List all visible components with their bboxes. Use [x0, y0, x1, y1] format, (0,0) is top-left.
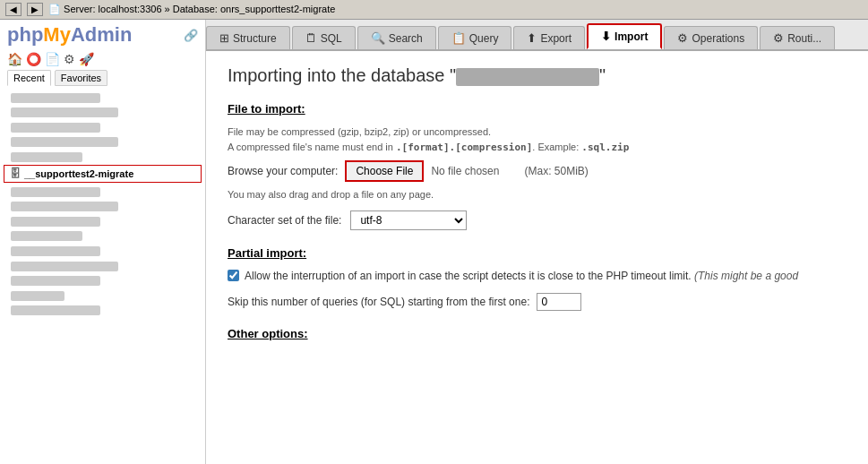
- tab-navigation: ⊞ Structure 🗒 SQL 🔍 Search 📋 Query ⬆ Exp…: [206, 20, 868, 51]
- list-item[interactable]: [0, 199, 205, 214]
- list-item[interactable]: [0, 134, 205, 150]
- charset-select[interactable]: utf-8 utf-16 latin1 ascii: [350, 211, 467, 230]
- link-icon: 🔗: [184, 29, 198, 42]
- tab-sql[interactable]: 🗒 SQL: [292, 26, 356, 49]
- list-item[interactable]: [0, 90, 205, 105]
- sidebar: phpMyAdmin 🔗 🏠 ⭕ 📄 ⚙ 🚀 Recent Favorites …: [0, 20, 206, 464]
- sidebar-icons: 🏠 ⭕ 📄 ⚙ 🚀: [0, 50, 205, 70]
- active-db-name: __supporttest2-migrate: [24, 168, 133, 179]
- tab-query-label: Query: [469, 32, 499, 45]
- tab-routines-label: Routi...: [787, 32, 821, 45]
- skip-queries-row: Skip this number of queries (for SQL) st…: [228, 293, 847, 311]
- query-icon: 📋: [451, 31, 466, 45]
- logo-admin: Admin: [71, 23, 132, 46]
- tab-export-label: Export: [540, 32, 572, 45]
- list-item[interactable]: [0, 288, 205, 303]
- interrupt-checkbox-row: Allow the interruption of an import in c…: [228, 269, 847, 284]
- skip-queries-label: Skip this number of queries (for SQL) st…: [228, 296, 529, 308]
- gear-icon[interactable]: ⚙: [64, 52, 75, 66]
- skip-queries-input[interactable]: [537, 293, 581, 311]
- list-item[interactable]: [0, 105, 205, 120]
- interrupt-note: (This might be a good: [694, 270, 798, 282]
- content-area: ⊞ Structure 🗒 SQL 🔍 Search 📋 Query ⬆ Exp…: [206, 20, 868, 464]
- list-item[interactable]: [0, 228, 205, 244]
- db-name-hidden: [456, 68, 599, 86]
- pma-logo: phpMyAdmin: [7, 23, 132, 47]
- refresh-icon[interactable]: ⭕: [26, 52, 41, 66]
- tab-favorites[interactable]: Favorites: [55, 70, 107, 86]
- browse-label: Browse your computer:: [228, 165, 338, 177]
- tab-import-label: Import: [614, 30, 648, 43]
- page-title: Importing into the database "": [228, 65, 847, 86]
- interrupt-checkbox[interactable]: [228, 270, 239, 281]
- sidebar-scroll[interactable]: 🗄 __supporttest2-migrate: [0, 88, 205, 464]
- list-item[interactable]: [0, 273, 205, 288]
- search-icon: 🔍: [371, 31, 385, 45]
- forward-btn[interactable]: ▶: [27, 3, 43, 16]
- list-item[interactable]: [0, 258, 205, 273]
- exit-icon[interactable]: 🚀: [79, 52, 94, 66]
- home-icon[interactable]: 🏠: [7, 52, 22, 66]
- tab-export[interactable]: ⬆ Export: [513, 26, 585, 49]
- page-content: Importing into the database "" File to i…: [206, 51, 868, 464]
- export-icon: ⬆: [527, 31, 537, 45]
- charset-label: Character set of the file:: [228, 214, 341, 227]
- tab-search[interactable]: 🔍 Search: [357, 26, 436, 49]
- tab-operations-label: Operations: [692, 32, 744, 45]
- tab-query[interactable]: 📋 Query: [438, 26, 512, 49]
- choose-file-button[interactable]: Choose File: [345, 160, 424, 182]
- sidebar-tabs: Recent Favorites: [0, 70, 205, 86]
- format-text: .[format].[compression]: [396, 142, 532, 153]
- main-layout: phpMyAdmin 🔗 🏠 ⭕ 📄 ⚙ 🚀 Recent Favorites …: [0, 20, 868, 464]
- list-item[interactable]: [0, 213, 205, 228]
- tab-search-label: Search: [389, 32, 423, 45]
- tab-structure-label: Structure: [233, 32, 277, 45]
- sidebar-header: phpMyAdmin 🔗: [0, 20, 205, 50]
- settings-icon[interactable]: 📄: [45, 52, 60, 66]
- no-file-label: No file chosen: [431, 165, 499, 177]
- file-import-section-title: File to import:: [228, 102, 847, 116]
- tab-import[interactable]: ⬇ Import: [587, 23, 662, 49]
- routines-icon: ⚙: [773, 31, 784, 45]
- structure-icon: ⊞: [219, 31, 229, 45]
- partial-import-section-title: Partial import:: [228, 246, 847, 260]
- charset-row: Character set of the file: utf-8 utf-16 …: [228, 211, 847, 230]
- tab-operations[interactable]: ⚙ Operations: [664, 26, 758, 49]
- database-icon: 🗄: [10, 168, 21, 180]
- sql-icon: 🗒: [305, 31, 317, 45]
- active-database-item[interactable]: 🗄 __supporttest2-migrate: [4, 165, 202, 183]
- list-item[interactable]: [0, 149, 205, 164]
- back-btn[interactable]: ◀: [5, 3, 21, 16]
- file-browse-row: Browse your computer: Choose File No fil…: [228, 160, 847, 182]
- logo-my: My: [43, 23, 71, 46]
- operations-icon: ⚙: [677, 31, 688, 45]
- tab-sql-label: SQL: [321, 32, 342, 45]
- other-options-title: Other options:: [228, 327, 847, 340]
- list-item[interactable]: [0, 243, 205, 258]
- list-item[interactable]: [0, 119, 205, 134]
- import-icon: ⬇: [601, 30, 611, 43]
- drag-drop-hint: You may also drag and drop a file on any…: [228, 189, 847, 200]
- interrupt-label: Allow the interruption of an import in c…: [245, 269, 798, 284]
- breadcrumb: 📄 Server: localhost:3306 » Database: onr…: [48, 4, 335, 15]
- browser-bar: ◀ ▶ 📄 Server: localhost:3306 » Database:…: [0, 0, 868, 20]
- tab-routines[interactable]: ⚙ Routi...: [760, 26, 835, 49]
- example-text: .sql.zip: [581, 142, 629, 153]
- list-item[interactable]: [0, 303, 205, 318]
- list-item[interactable]: [0, 184, 205, 199]
- tab-recent[interactable]: Recent: [7, 70, 51, 86]
- max-size-label: (Max: 50MiB): [524, 165, 588, 177]
- logo-php: php: [7, 23, 43, 46]
- file-info: File may be compressed (gzip, bzip2, zip…: [228, 125, 847, 155]
- tab-structure[interactable]: ⊞ Structure: [206, 26, 290, 49]
